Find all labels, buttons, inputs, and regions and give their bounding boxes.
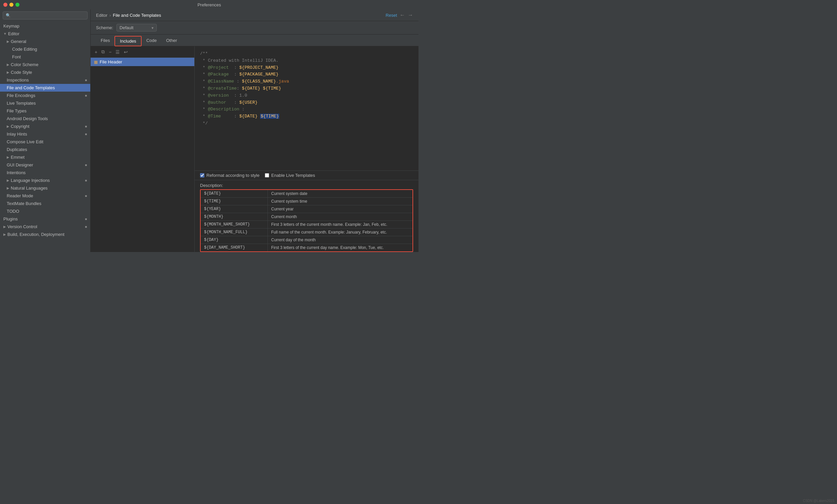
copy-button[interactable]: ⧉ [100,48,106,55]
sidebar-item-inlay-hints[interactable]: Inlay Hints ■ [0,130,90,138]
sidebar-item-file-and-code-templates[interactable]: File and Code Templates [0,84,90,92]
breadcrumb-current: File and Code Templates [113,13,161,18]
file-header-icon: ▦ [94,60,97,65]
breadcrumb: Editor › File and Code Templates [96,13,161,18]
sidebar-item-intentions[interactable]: Intentions [0,169,90,177]
desc-key-1: ${TIME} [201,198,268,205]
editor-label: Editor [8,31,19,36]
desc-row-5: ${MONTH_NAME_FULL} Full name of the curr… [201,229,412,236]
scheme-select[interactable]: Default [117,24,157,32]
editor-arrow: ▼ [3,32,7,36]
color-scheme-label: Color Scheme [11,62,38,67]
close-button[interactable] [3,3,7,7]
search-box[interactable]: 🔍 [3,12,88,19]
sidebar-item-todo[interactable]: TODO [0,208,90,215]
search-input[interactable] [12,13,85,18]
desc-row-1: ${TIME} Current system time [201,198,412,205]
code-line-3: * @Package : ${PACKAGE_NAME} [200,71,413,78]
minimize-button[interactable] [10,3,14,7]
inlay-hints-indicator: ■ [85,132,87,136]
gui-designer-label: GUI Designer [7,162,33,167]
sidebar-item-live-templates[interactable]: Live Templates [0,99,90,107]
desc-val-2: Current year [268,205,412,213]
sidebar-item-language-injections[interactable]: ▶ Language Injections ■ [0,177,90,184]
file-toolbar: + ⧉ − ☰ ↩ [91,46,194,58]
live-templates-label: Live Templates [7,101,36,106]
desc-row-0: ${DATE} Current system date [201,190,412,198]
nat-lang-arrow: ▶ [7,186,10,190]
tab-includes[interactable]: Includes [114,36,141,46]
reformat-checkbox[interactable]: Reformat according to style [200,173,260,178]
sidebar-item-color-scheme[interactable]: ▶ Color Scheme [0,61,90,69]
sidebar-item-natural-languages[interactable]: ▶ Natural Languages [0,184,90,192]
code-line-10: */ [200,120,413,127]
sidebar-item-file-encodings[interactable]: File Encodings ■ [0,92,90,99]
code-line-6: * @version : 1.0 [200,92,413,99]
description-panel: Description: ${DATE} Current system date… [195,180,418,252]
tab-code[interactable]: Code [142,36,161,46]
scheme-row: Scheme: Default ▼ [91,21,418,35]
sidebar-item-general[interactable]: ▶ General [0,38,90,45]
sidebar-item-file-types[interactable]: File Types [0,107,90,115]
emmet-label: Emmet [11,155,24,160]
file-item-file-header[interactable]: ▦ File Header [91,58,194,66]
sidebar-item-inspections[interactable]: Inspections ■ [0,76,90,84]
code-line-4: * @ClassName : ${CLASS_NAME}.java [200,78,413,85]
move-button[interactable]: ☰ [114,49,121,55]
sidebar-item-emmet[interactable]: ▶ Emmet [0,154,90,161]
sidebar-item-code-style[interactable]: ▶ Code Style [0,69,90,76]
add-button[interactable]: + [93,49,99,55]
sidebar-item-editor[interactable]: ▼ Editor [0,30,90,38]
sidebar-item-font[interactable]: Font [0,53,90,61]
sidebar-item-gui-designer[interactable]: GUI Designer ■ [0,161,90,169]
todo-label: TODO [7,209,19,214]
tab-files[interactable]: Files [96,36,114,46]
content-header: Editor › File and Code Templates Reset ←… [91,10,418,21]
version-control-label: Version Control [7,224,37,229]
file-header-label: File Header [100,59,122,65]
build-label: Build, Execution, Deployment [7,232,65,237]
live-templates-checkbox-input[interactable] [265,173,269,178]
general-label: General [11,39,26,44]
reformat-checkbox-input[interactable] [200,173,204,178]
desc-val-7: First 3 letters of the current day name.… [268,244,412,251]
sidebar-item-android-design-tools[interactable]: Android Design Tools [0,115,90,123]
sidebar-item-code-editing[interactable]: Code Editing [0,45,90,53]
title-bar: Preferences [0,0,418,10]
lang-inj-indicator: ■ [85,179,87,182]
desc-row-4: ${MONTH_NAME_SHORT} First 3 letters of t… [201,221,412,229]
code-editor[interactable]: /** * Created with IntelliJ IDEA. * @Pro… [195,46,418,170]
desc-key-4: ${MONTH_NAME_SHORT} [201,221,268,228]
file-types-label: File Types [7,108,26,113]
sidebar-item-duplicates[interactable]: Duplicates [0,146,90,154]
build-arrow: ▶ [3,233,6,236]
code-line-1: * Created with IntelliJ IDEA. [200,57,413,65]
sidebar-item-compose-live-edit[interactable]: Compose Live Edit [0,138,90,146]
live-templates-checkbox[interactable]: Enable Live Templates [265,173,315,178]
sidebar-item-textmate-bundles[interactable]: TextMate Bundles [0,200,90,208]
revert-button[interactable]: ↩ [123,49,129,55]
sidebar-item-reader-mode[interactable]: Reader Mode ■ [0,192,90,200]
code-line-2: * @Project : ${PROJECT_NAME} [200,65,413,71]
back-button[interactable]: ← [400,12,405,18]
natural-languages-label: Natural Languages [11,185,48,191]
sidebar-item-keymap[interactable]: Keymap [0,22,90,30]
desc-key-0: ${DATE} [201,190,268,197]
maximize-button[interactable] [15,3,19,7]
reset-button[interactable]: Reset [386,13,397,18]
sidebar-item-copyright[interactable]: ▶ Copyright ■ [0,123,90,130]
sidebar-item-plugins[interactable]: Plugins ■ [0,215,90,223]
sidebar-item-build[interactable]: ▶ Build, Execution, Deployment [0,231,90,238]
desc-val-5: Full name of the current month. Example:… [268,229,412,236]
compose-live-edit-label: Compose Live Edit [7,139,43,144]
gui-designer-indicator: ■ [85,163,87,167]
sidebar-item-version-control[interactable]: ▶ Version Control ■ [0,223,90,231]
tab-other[interactable]: Other [161,36,182,46]
remove-button[interactable]: − [107,49,113,55]
plugins-indicator: ■ [85,217,87,221]
main-layout: 🔍 Keymap ▼ Editor ▶ General Code Editing… [0,10,418,252]
forward-button[interactable]: → [408,12,413,18]
sidebar: 🔍 Keymap ▼ Editor ▶ General Code Editing… [0,10,91,252]
description-title: Description: [200,183,413,188]
intentions-label: Intentions [7,170,25,175]
